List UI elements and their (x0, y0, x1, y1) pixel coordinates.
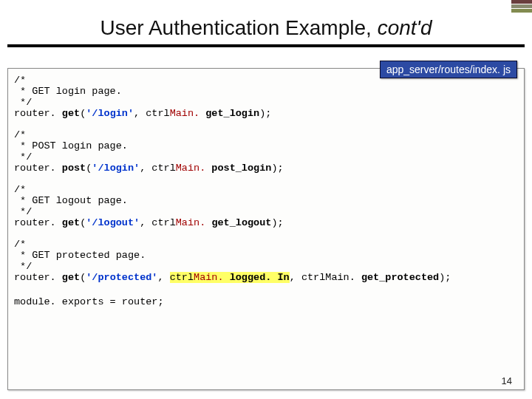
title-tail: cont'd (378, 16, 432, 39)
code-panel: /* * GET login page. */router. get('/log… (7, 68, 525, 390)
code-block: /* * POST login page. */router. post('/l… (14, 129, 518, 174)
code-block: /* * GET login page. */router. get('/log… (14, 75, 518, 119)
stripe-icon (511, 9, 532, 13)
code-block: /* * GET protected page. */router. get('… (14, 239, 518, 283)
title-rule (7, 44, 525, 47)
file-path-label: app_server/routes/index. js (380, 61, 517, 78)
export-line: module. exports = router; (14, 296, 518, 307)
slide-title: User Authentication Example, cont'd (0, 16, 532, 40)
decor-stripes (511, 0, 532, 13)
code-block: /* * GET logout page. */router. get('/lo… (14, 184, 518, 228)
stripe-icon (511, 4, 532, 8)
code-container: /* * GET login page. */router. get('/log… (14, 75, 518, 283)
stripe-icon (511, 0, 532, 4)
page-number: 14 (502, 375, 512, 386)
title-main: User Authentication Example, (100, 16, 378, 39)
